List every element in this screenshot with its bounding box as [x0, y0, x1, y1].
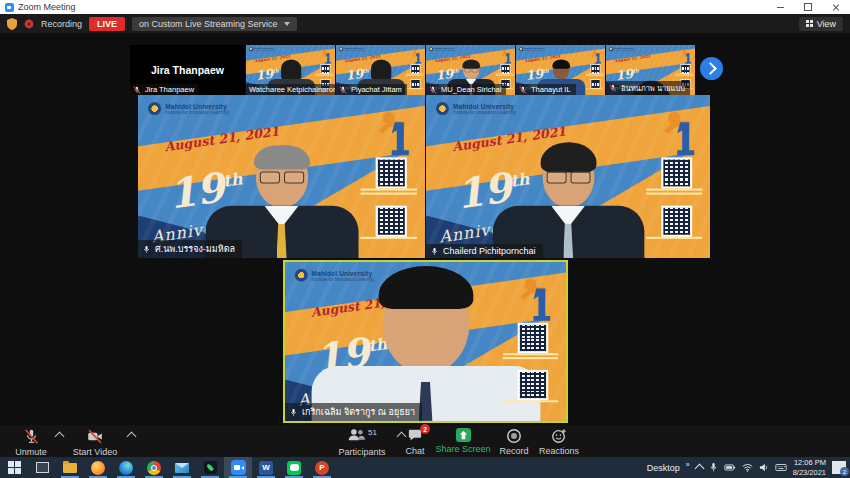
show-desktop-label[interactable]: Desktop	[647, 463, 680, 473]
powerpoint-button[interactable]: P	[308, 457, 336, 478]
video-tile-main-right[interactable]: Mahidol University Institute for Innovat…	[426, 95, 710, 258]
camera-off-icon	[86, 428, 104, 445]
edge-button[interactable]	[112, 457, 140, 478]
participants-button[interactable]: 51 Participants	[331, 428, 393, 457]
task-view-button[interactable]	[28, 457, 56, 478]
chat-button[interactable]: 2 Chat	[395, 428, 435, 456]
taskbar-clock[interactable]: 12:06 PM 8/23/2021	[793, 458, 826, 477]
tray-wifi-icon[interactable]	[742, 463, 753, 472]
qr-code-icon	[681, 64, 691, 74]
tray-speaker-icon[interactable]	[759, 463, 769, 472]
record-icon	[506, 428, 522, 444]
start-button[interactable]	[0, 457, 28, 478]
line-icon	[287, 461, 301, 475]
video-options-caret[interactable]	[127, 432, 137, 442]
windows-taskbar: W P Desktop » 12:06 PM 8/23/2021 2	[0, 457, 850, 478]
tray-keyboard-icon[interactable]	[775, 463, 787, 472]
mic-on-icon	[430, 247, 439, 256]
thumbnail-tile-watcharee[interactable]: Mahidol University Institute for Innovat…	[246, 45, 335, 95]
thumbnail-tile-6[interactable]: Mahidol University Institute for Innovat…	[606, 45, 695, 95]
qr-code-icon	[518, 370, 549, 400]
view-button[interactable]: View	[799, 17, 843, 31]
close-button[interactable]	[822, 0, 850, 14]
maximize-button[interactable]	[794, 0, 822, 14]
virtual-background: Mahidol University Institute for Innovat…	[426, 95, 710, 258]
powerpoint-icon: P	[315, 461, 329, 475]
thumbnail-tile-piyachat[interactable]: Mahidol University Institute for Innovat…	[336, 45, 425, 95]
meeting-toolbar: Unmute Start Video 51 Participants 2 Cha…	[0, 425, 850, 457]
zoom-taskbar-button[interactable]	[224, 457, 252, 478]
notification-badge: 2	[840, 467, 849, 476]
next-page-button[interactable]	[700, 57, 723, 80]
qr-code-icon	[376, 157, 407, 188]
mail-button[interactable]	[168, 457, 196, 478]
mahidol-emblem-icon	[429, 47, 433, 51]
qr-code-icon	[411, 79, 421, 89]
qr-code-icon	[661, 157, 692, 188]
qr-code-icon	[411, 64, 421, 74]
phone-app-button[interactable]	[196, 457, 224, 478]
zoom-meeting-window: Zoom Meeting Recording LIVE on Custom Li…	[0, 0, 850, 478]
folder-icon	[63, 463, 77, 473]
mahidol-logo: Mahidol University Institute for Innovat…	[339, 47, 364, 51]
mic-on-icon	[142, 245, 151, 254]
qr-code-icon	[591, 79, 601, 89]
window-titlebar[interactable]: Zoom Meeting	[0, 0, 850, 14]
tray-battery-icon[interactable]	[724, 463, 736, 472]
firefox-button[interactable]	[84, 457, 112, 478]
meeting-header-bar: Recording LIVE on Custom Live Streaming …	[0, 14, 850, 33]
mahidol-institute-text: Institute for Innovation Learning	[255, 49, 275, 51]
virtual-background: Mahidol University Institute for Innovat…	[285, 262, 566, 421]
share-screen-button[interactable]: Share Screen	[433, 428, 493, 454]
phone-app-icon	[204, 461, 217, 474]
clock-date: 8/23/2021	[793, 468, 826, 477]
unmute-options-caret[interactable]	[55, 432, 65, 442]
chrome-icon	[147, 461, 161, 475]
tray-mic-icon[interactable]	[709, 462, 718, 473]
file-explorer-button[interactable]	[56, 457, 84, 478]
participant-name-label: Chailerd Pichitpornchai	[426, 244, 543, 258]
participant-name-label: Piyachat Jittam	[336, 84, 407, 95]
il-anniversary-logo-icon	[663, 111, 697, 159]
start-video-button[interactable]: Start Video	[68, 428, 122, 457]
mic-on-icon	[289, 408, 298, 417]
minimize-button[interactable]	[766, 0, 794, 14]
mic-muted-icon	[609, 84, 617, 92]
line-button[interactable]	[280, 457, 308, 478]
mahidol-logo: Mahidol University Institute for Innovat…	[609, 47, 634, 51]
record-button[interactable]: Record	[494, 428, 534, 456]
mahidol-university-text: Mahidol University	[453, 103, 516, 110]
qr-code-icon	[321, 64, 331, 74]
mahidol-logo: Mahidol University Institute for Innovat…	[519, 47, 544, 51]
participant-name-label: MU_Dean Sirichai	[426, 84, 506, 95]
mahidol-institute-text: Institute for Innovation Learning	[453, 110, 516, 115]
mahidol-logo: Mahidol University Institute for Innovat…	[249, 47, 274, 51]
gallery-grid-icon	[806, 20, 813, 27]
mahidol-logo: Mahidol University Institute for Innovat…	[148, 102, 229, 115]
reactions-button[interactable]: Reactions	[535, 428, 583, 456]
action-center-icon[interactable]: 2	[832, 461, 846, 474]
unmute-button[interactable]: Unmute	[8, 428, 54, 457]
video-tile-active-speaker[interactable]: Mahidol University Institute for Innovat…	[283, 260, 568, 423]
thumbnail-tile-thanayut[interactable]: Mahidol University Institute for Innovat…	[516, 45, 605, 95]
mic-muted-icon	[23, 428, 40, 445]
thumbnail-tile-jira[interactable]: Jira Thanpaew Jira Thanpaew	[130, 45, 245, 95]
il-anniversary-logo-icon	[591, 50, 602, 65]
thumbnail-tile-mu-dean[interactable]: Mahidol University Institute for Innovat…	[426, 45, 515, 95]
hidden-icons-caret[interactable]	[694, 464, 704, 474]
edge-icon	[119, 461, 133, 475]
video-tile-main-left[interactable]: Mahidol University Institute for Innovat…	[138, 95, 425, 258]
recording-indicator-icon[interactable]	[24, 19, 34, 29]
mahidol-institute-text: Institute for Innovation Learning	[312, 276, 374, 281]
encryption-shield-icon[interactable]	[7, 18, 17, 30]
live-badge[interactable]: LIVE	[89, 17, 125, 31]
il-anniversary-logo-icon	[321, 50, 332, 65]
chrome-button[interactable]	[140, 457, 168, 478]
windows-logo-icon	[8, 461, 21, 474]
mahidol-emblem-icon	[148, 102, 161, 115]
mahidol-emblem-icon	[295, 269, 308, 282]
stream-service-dropdown[interactable]: on Custom Live Streaming Service	[132, 17, 297, 31]
word-button[interactable]: W	[252, 457, 280, 478]
participant-name-label: เกริกเฉลิม จิตรากูร ณ อยุธยา	[285, 403, 422, 421]
participant-name-label: อินทนภาพ นายแบบ	[606, 81, 690, 95]
